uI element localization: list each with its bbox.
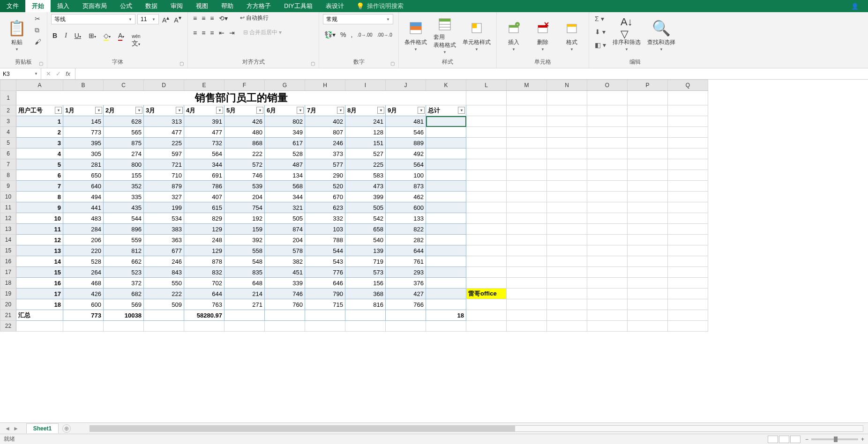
cell[interactable] [628,148,668,159]
page-break-view-button[interactable] [790,436,801,443]
table-cell[interactable]: 477 [144,127,184,138]
table-cell[interactable]: 600 [63,299,104,310]
table-cell[interactable]: 790 [305,289,345,299]
cell[interactable] [104,321,144,332]
summary-cell[interactable] [224,310,265,321]
cell[interactable] [587,181,628,192]
table-cell[interactable]: 483 [63,213,104,224]
insert-cells-button[interactable]: + 插入▼ [501,14,527,55]
table-cell[interactable]: 761 [386,256,426,267]
table-cell[interactable]: 204 [224,192,265,202]
cell[interactable] [507,321,547,332]
table-cell[interactable]: 339 [265,278,305,289]
table-cell[interactable]: 134 [265,170,305,181]
fill-button[interactable]: ⬇ ▾ [593,27,608,37]
table-cell[interactable]: 13 [16,245,63,256]
column-header-D[interactable]: D [144,80,184,91]
table-cell[interactable]: 732 [184,138,224,148]
cell[interactable] [507,224,547,235]
table-cell[interactable]: 677 [144,245,184,256]
cell[interactable] [587,235,628,245]
cell[interactable] [628,256,668,267]
cell[interactable] [466,116,507,127]
summary-label[interactable]: 汇总 [16,310,63,321]
table-cell[interactable]: 754 [224,202,265,213]
worksheet-grid[interactable]: ABCDEFGHIJKLMNOPQ1销售部门员工的销量2用户工号▾1月▾2月▾3… [0,80,868,422]
cell[interactable] [466,213,507,224]
table-cell[interactable]: 391 [184,116,224,127]
row-header-17[interactable]: 17 [0,267,16,278]
find-select-button[interactable]: 🔍 查找和选择▼ [645,14,677,55]
table-cell[interactable]: 246 [144,256,184,267]
table-cell[interactable]: 4 [16,148,63,159]
table-cell[interactable] [426,299,466,310]
table-cell[interactable]: 3 [16,138,63,148]
table-cell[interactable]: 597 [144,148,184,159]
table-cell[interactable]: 290 [305,170,345,181]
table-cell[interactable]: 719 [345,256,386,267]
cell[interactable] [587,127,628,138]
table-cell[interactable]: 843 [144,267,184,278]
table-cell[interactable]: 103 [305,224,345,235]
table-cell[interactable]: 139 [345,245,386,256]
table-cell[interactable]: 192 [224,213,265,224]
cell[interactable] [16,321,63,332]
table-cell[interactable]: 829 [184,213,224,224]
tab-page-layout[interactable]: 页面布局 [76,0,113,12]
table-cell[interactable]: 222 [224,148,265,159]
table-cell[interactable]: 548 [224,256,265,267]
table-cell[interactable]: 878 [184,256,224,267]
table-cell[interactable]: 204 [265,235,305,245]
tab-insert[interactable]: 插入 [51,0,76,12]
table-cell[interactable]: 702 [184,278,224,289]
table-cell[interactable]: 565 [104,127,144,138]
table-cell[interactable]: 658 [345,224,386,235]
table-cell[interactable] [426,267,466,278]
table-cell[interactable]: 6 [16,170,63,181]
table-cell[interactable]: 550 [144,278,184,289]
cell[interactable] [628,213,668,224]
cell[interactable] [466,127,507,138]
table-cell[interactable]: 481 [386,116,426,127]
table-cell[interactable]: 505 [265,213,305,224]
filter-dropdown-icon[interactable]: ▾ [135,107,142,114]
font-color-button[interactable]: A▾ [117,32,126,48]
table-cell[interactable]: 284 [63,224,104,235]
cell[interactable] [547,105,587,116]
cell[interactable] [628,289,668,299]
table-cell[interactable]: 129 [184,245,224,256]
column-header-Q[interactable]: Q [668,80,708,91]
table-cell[interactable]: 426 [224,116,265,127]
cell[interactable] [547,267,587,278]
table-cell[interactable]: 225 [144,138,184,148]
table-cell[interactable]: 155 [104,170,144,181]
table-cell[interactable]: 12 [16,235,63,245]
table-cell[interactable]: 241 [345,116,386,127]
table-cell[interactable]: 8 [16,192,63,202]
cell[interactable] [587,256,628,267]
horizontal-scrollbar[interactable] [90,425,863,432]
percent-button[interactable]: % [339,31,347,38]
zoom-out-button[interactable]: − [805,436,808,443]
table-cell[interactable]: 321 [265,202,305,213]
cell[interactable] [547,213,587,224]
table-cell[interactable]: 473 [345,181,386,192]
new-sheet-button[interactable]: ⊕ [62,424,71,433]
table-cell[interactable]: 5 [16,159,63,170]
table-cell[interactable]: 558 [224,245,265,256]
cell[interactable] [628,138,668,148]
table-cell[interactable]: 395 [63,138,104,148]
cell[interactable] [587,278,628,289]
cell[interactable] [466,148,507,159]
cell[interactable] [628,224,668,235]
cell[interactable] [587,105,628,116]
cell[interactable] [507,202,547,213]
row-header-13[interactable]: 13 [0,224,16,235]
cell[interactable] [466,170,507,181]
table-cell[interactable] [426,127,466,138]
table-cell[interactable]: 544 [104,213,144,224]
cell-styles-button[interactable]: 单元格样式▼ [461,14,493,55]
cell[interactable] [668,91,708,105]
cell[interactable] [547,170,587,181]
cell[interactable] [547,256,587,267]
